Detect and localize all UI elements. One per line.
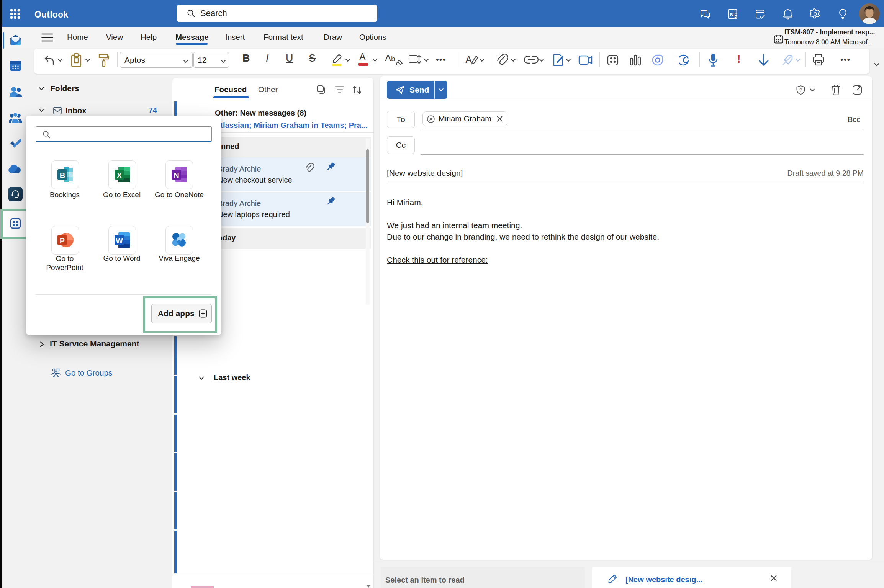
- svg-text:P: P: [60, 237, 65, 245]
- svg-text:N: N: [730, 11, 733, 18]
- svg-text:X: X: [117, 171, 122, 180]
- svg-text:A: A: [465, 54, 472, 65]
- svg-text:W: W: [116, 237, 123, 245]
- svg-text:B: B: [60, 171, 65, 180]
- svg-text:N: N: [174, 171, 179, 180]
- svg-text:?: ?: [799, 87, 802, 93]
